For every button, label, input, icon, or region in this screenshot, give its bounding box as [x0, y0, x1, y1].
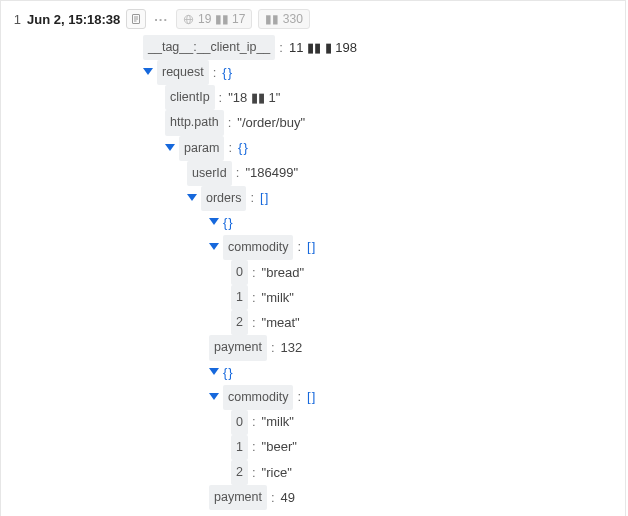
json-index[interactable]: 0 [231, 410, 248, 435]
collapse-toggle[interactable] [209, 244, 223, 251]
json-key[interactable]: request [157, 60, 209, 85]
json-value: beer [262, 435, 297, 459]
globe-icon [183, 14, 194, 25]
row-number: 1 [7, 12, 21, 27]
order-item-row: {} [143, 361, 615, 385]
array-item-row: 2: rice [143, 460, 615, 485]
array-item-row: 1: milk [143, 285, 615, 310]
json-key[interactable]: param [179, 136, 224, 161]
chevron-down-icon [143, 68, 153, 75]
json-index[interactable]: 1 [231, 285, 248, 310]
log-body: __tag__:__client_ip__ : 11 ▮▮ ▮ 198 requ… [7, 35, 615, 516]
log-header: 1 Jun 2, 15:18:38 ··· 19 ▮▮ 17 ▮▮ 330 [7, 7, 615, 35]
json-value: rice [262, 461, 292, 485]
json-value: "18 ▮▮ 1" [228, 86, 280, 110]
collapse-toggle[interactable] [187, 195, 201, 202]
commodity-row: commodity : [] [143, 385, 615, 410]
brace-icon: {} [223, 211, 234, 235]
json-key[interactable]: http.path [165, 110, 224, 135]
param-row: param : {} [143, 136, 615, 161]
json-index[interactable]: 2 [231, 460, 248, 485]
collapse-toggle[interactable] [209, 369, 223, 376]
tag-row: __tag__:__client_ip__ : 11 ▮▮ ▮ 198 [143, 35, 615, 60]
pill-text: ▮▮ 330 [265, 12, 302, 26]
clientip-row: clientIp : "18 ▮▮ 1" [143, 85, 615, 110]
json-key[interactable]: commodity [223, 385, 293, 410]
bracket-icon: [] [307, 235, 316, 259]
header-ip-pill-2[interactable]: ▮▮ 330 [258, 9, 309, 29]
userid-row: userId : 186499 [143, 161, 615, 186]
json-key[interactable]: clientIp [165, 85, 215, 110]
collapse-toggle[interactable] [209, 394, 223, 401]
json-key[interactable]: userId [187, 161, 232, 186]
json-value: 49 [281, 486, 295, 510]
json-index[interactable]: 0 [231, 260, 248, 285]
collapse-toggle[interactable] [209, 219, 223, 226]
chevron-down-icon [209, 393, 219, 400]
json-index[interactable]: 1 [231, 435, 248, 460]
json-value: bread [262, 261, 305, 285]
header-ip-pill-1[interactable]: 19 ▮▮ 17 [176, 9, 252, 29]
request-row: request : {} [143, 60, 615, 85]
payment-row: payment: 132 [143, 335, 615, 360]
commodity-row: commodity : [] [143, 235, 615, 260]
chevron-down-icon [165, 144, 175, 151]
array-item-row: 0: milk [143, 410, 615, 435]
array-item-row: 0: bread [143, 260, 615, 285]
collapse-toggle[interactable] [165, 145, 179, 152]
timestamp: Jun 2, 15:18:38 [27, 12, 120, 27]
json-key[interactable]: orders [201, 186, 246, 211]
order-item-row: {} [143, 211, 615, 235]
document-icon[interactable] [126, 9, 146, 29]
tag-value: 11 ▮▮ ▮ 198 [289, 36, 357, 60]
json-key[interactable]: commodity [223, 235, 293, 260]
chevron-down-icon [187, 194, 197, 201]
json-value: meat [262, 311, 300, 335]
log-panel: 1 Jun 2, 15:18:38 ··· 19 ▮▮ 17 ▮▮ 330 __… [0, 0, 626, 516]
json-value: 132 [281, 336, 303, 360]
chevron-down-icon [209, 218, 219, 225]
tag-key[interactable]: __tag__:__client_ip__ [143, 35, 275, 60]
brace-icon: {} [223, 361, 234, 385]
orders-row: orders : [] [143, 186, 615, 211]
httppath-row: http.path : /order/buy [143, 110, 615, 135]
brace-icon: {} [222, 61, 233, 85]
bracket-icon: [] [307, 385, 316, 409]
json-value: milk [262, 410, 294, 434]
pill-text: 19 ▮▮ 17 [198, 12, 245, 26]
chevron-down-icon [209, 368, 219, 375]
json-value: 186499 [245, 161, 298, 185]
json-key[interactable]: payment [209, 335, 267, 360]
json-value: milk [262, 286, 294, 310]
collapse-toggle[interactable] [143, 69, 157, 76]
brace-icon: {} [238, 136, 249, 160]
bracket-icon: [] [260, 186, 269, 210]
array-item-row: 2: meat [143, 310, 615, 335]
json-key[interactable]: payment [209, 485, 267, 510]
array-item-row: 1: beer [143, 435, 615, 460]
more-icon[interactable]: ··· [152, 12, 170, 27]
chevron-down-icon [209, 243, 219, 250]
json-value: /order/buy [237, 111, 305, 135]
json-index[interactable]: 2 [231, 310, 248, 335]
payment-row: payment: 49 [143, 485, 615, 510]
